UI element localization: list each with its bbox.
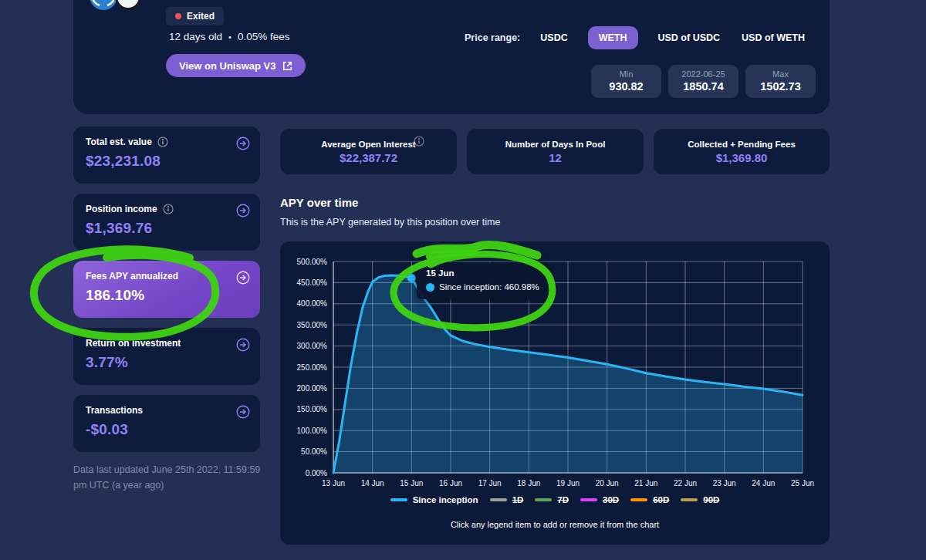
weth-coin-icon — [115, 0, 141, 10]
chart-tooltip: 15 Jun Since inception: 460.98% — [417, 262, 549, 299]
min-price-value: 930.82 — [594, 80, 658, 93]
usdc-coin-icon — [90, 0, 117, 10]
min-price-label: Min — [594, 69, 658, 79]
age-text: 12 days old — [169, 31, 222, 42]
svg-text:50.00%: 50.00% — [301, 447, 327, 456]
average-open-interest-label: Average Open Interest — [321, 140, 415, 149]
svg-text:450.00%: 450.00% — [297, 278, 328, 287]
legend-item-90d[interactable]: 90D — [681, 495, 719, 504]
total-est-value-label: Total est. value — [86, 137, 152, 147]
days-in-pool-card: Number of Days In Pool 12 — [467, 129, 644, 174]
svg-text:24 Jun: 24 Jun — [752, 479, 775, 487]
status-dot-icon — [175, 13, 181, 19]
legend-label: 1D — [512, 495, 524, 504]
fee-tier-text: 0.05% fees — [238, 31, 290, 42]
chart-section-title: APY over time — [280, 196, 358, 209]
info-icon[interactable] — [163, 204, 174, 214]
svg-text:17 Jun: 17 Jun — [478, 479, 502, 487]
view-on-uniswap-label: View on Uniswap V3 — [179, 60, 275, 72]
fees-apy-card: Fees APY annualized 186.10% — [73, 261, 260, 318]
position-income-value: $1,369.76 — [86, 220, 248, 237]
max-price-value: 1502.73 — [749, 80, 813, 93]
info-icon[interactable] — [157, 137, 168, 147]
apy-chart-panel: 0.00%50.00%100.00%150.00%200.00%250.00%3… — [280, 241, 830, 545]
fees-apy-label: Fees APY annualized — [86, 271, 178, 282]
fees-apy-value: 186.10% — [86, 287, 248, 304]
legend-swatch — [390, 498, 407, 501]
bullet-separator: • — [228, 32, 231, 42]
svg-text:16 Jun: 16 Jun — [439, 479, 462, 487]
price-range-selector: Price range: USDC WETH USD of USDC USD o… — [465, 26, 806, 49]
svg-text:14 Jun: 14 Jun — [361, 479, 384, 487]
position-income-label: Position income — [86, 204, 157, 214]
info-icon[interactable] — [414, 136, 424, 147]
legend-label: 30D — [603, 495, 619, 504]
return-on-investment-value: 3.77% — [86, 354, 248, 371]
transactions-value: -$0.03 — [86, 421, 248, 438]
open-detail-arrow-icon[interactable] — [236, 137, 250, 150]
legend-item-7d[interactable]: 7D — [535, 495, 569, 504]
svg-text:15 Jun: 15 Jun — [400, 479, 423, 487]
last-updated-note: Data last updated June 25th 2022, 11:59:… — [73, 462, 271, 493]
current-price-date: 2022-06-25 — [671, 69, 735, 79]
legend-swatch — [681, 498, 698, 501]
open-detail-arrow-icon[interactable] — [236, 271, 250, 285]
legend-swatch — [535, 498, 552, 501]
average-open-interest-card: Average Open Interest $22,387.72 — [280, 129, 457, 174]
svg-text:400.00%: 400.00% — [297, 299, 328, 308]
open-detail-arrow-icon[interactable] — [236, 405, 250, 419]
series-dot-icon — [426, 283, 434, 292]
svg-text:300.00%: 300.00% — [297, 342, 328, 350]
legend-item-60d[interactable]: 60D — [630, 495, 669, 504]
price-range-label: Price range: — [465, 32, 520, 43]
price-range-values: Min 930.82 2022-06-25 1850.74 Max 1502.7… — [591, 65, 816, 98]
open-detail-arrow-icon[interactable] — [236, 338, 250, 352]
legend-item-since-inception[interactable]: Since inception — [390, 495, 478, 504]
total-est-value-card: Total est. value $23,231.08 — [73, 127, 260, 184]
position-meta: 12 days old • 0.05% fees — [169, 31, 289, 42]
legend-label: 90D — [703, 495, 719, 504]
transactions-label: Transactions — [86, 405, 143, 416]
svg-text:250.00%: 250.00% — [297, 363, 328, 372]
svg-text:20 Jun: 20 Jun — [596, 479, 619, 487]
svg-text:500.00%: 500.00% — [297, 258, 328, 266]
return-on-investment-label: Return on investment — [86, 338, 181, 349]
legend-item-1d[interactable]: 1D — [490, 495, 524, 504]
average-open-interest-value: $22,387.72 — [340, 151, 397, 164]
legend-item-30d[interactable]: 30D — [580, 495, 619, 504]
position-header-panel: Exited 12 days old • 0.05% fees View on … — [73, 0, 830, 114]
max-price-label: Max — [749, 69, 813, 79]
legend-swatch — [580, 498, 597, 501]
price-range-option-weth[interactable]: WETH — [588, 26, 638, 49]
days-in-pool-label: Number of Days In Pool — [505, 140, 606, 149]
legend-label: 60D — [653, 495, 669, 504]
svg-text:200.00%: 200.00% — [297, 384, 328, 393]
days-in-pool-value: 12 — [549, 151, 562, 164]
tooltip-value: Since inception: 460.98% — [439, 282, 539, 292]
legend-hint: Click any legend item to add or remove i… — [280, 520, 830, 529]
min-price-box: Min 930.82 — [591, 65, 661, 98]
svg-text:150.00%: 150.00% — [297, 405, 328, 413]
price-range-option-usd-of-weth[interactable]: USD of WETH — [740, 26, 806, 49]
svg-text:21 Jun: 21 Jun — [634, 479, 657, 487]
legend-label: Since inception — [413, 495, 478, 504]
chart-legend: Since inception 1D 7D 30D 60D 90D — [280, 495, 830, 504]
external-link-icon — [282, 61, 292, 71]
legend-label: 7D — [557, 495, 569, 504]
svg-text:350.00%: 350.00% — [297, 321, 328, 329]
position-income-card: Position income $1,369.76 — [73, 194, 260, 251]
price-range-option-usdc[interactable]: USDC — [539, 26, 569, 49]
view-on-uniswap-button[interactable]: View on Uniswap V3 — [166, 54, 306, 77]
svg-text:23 Jun: 23 Jun — [713, 479, 736, 487]
price-range-option-usd-of-usdc[interactable]: USD of USDC — [657, 26, 722, 49]
svg-text:25 Jun: 25 Jun — [791, 479, 814, 487]
chart-section-subtitle: This is the APY generated by this positi… — [280, 217, 500, 228]
open-detail-arrow-icon[interactable] — [236, 204, 250, 218]
current-price-box: 2022-06-25 1850.74 — [668, 65, 738, 98]
position-dashboard: Exited 12 days old • 0.05% fees View on … — [0, 0, 926, 560]
transactions-card: Transactions -$0.03 — [73, 395, 260, 452]
collected-pending-fees-card: Collected + Pending Fees $1,369.80 — [654, 129, 830, 174]
svg-text:18 Jun: 18 Jun — [517, 479, 540, 487]
svg-text:19 Jun: 19 Jun — [556, 479, 580, 487]
tooltip-date: 15 Jun — [426, 268, 539, 278]
